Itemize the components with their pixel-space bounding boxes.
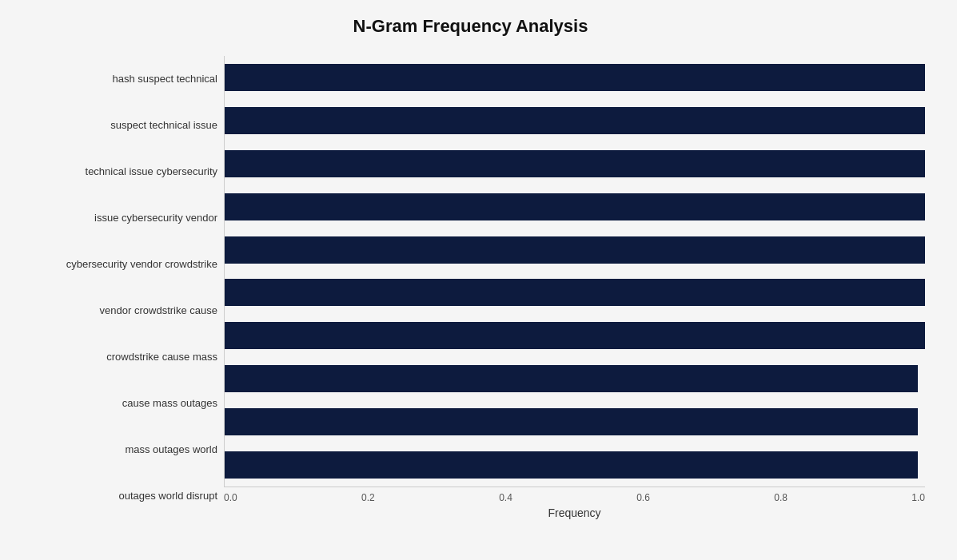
y-label: cause mass outages xyxy=(16,397,217,410)
y-label: mass outages world xyxy=(16,443,217,456)
bar-row xyxy=(225,362,925,395)
x-tick: 0.2 xyxy=(361,492,375,503)
bar-row xyxy=(225,147,925,181)
x-tick: 0.4 xyxy=(499,492,512,503)
x-axis-label: Frequency xyxy=(224,506,925,519)
x-tick: 1.0 xyxy=(911,492,925,503)
bar-row xyxy=(225,448,925,482)
bars-section: 0.00.20.40.60.81.0 Frequency xyxy=(224,56,925,519)
bar xyxy=(225,236,925,264)
bar xyxy=(225,451,918,479)
y-label: issue cybersecurity vendor xyxy=(16,212,217,224)
x-tick: 0.8 xyxy=(774,492,788,503)
bar xyxy=(225,107,925,134)
y-label: cybersecurity vendor crowdstrike xyxy=(16,258,217,271)
bar xyxy=(225,408,918,435)
bar xyxy=(225,365,918,392)
bar xyxy=(225,193,925,220)
bar xyxy=(225,279,925,306)
chart-title: N-Gram Frequency Analysis xyxy=(16,16,925,37)
x-tick: 0.0 xyxy=(224,492,237,503)
bar-row xyxy=(225,61,925,94)
y-label: vendor crowdstrike cause xyxy=(16,304,217,317)
bar-row xyxy=(225,190,925,224)
bar-row xyxy=(225,319,925,352)
bar xyxy=(225,64,925,91)
chart-area: hash suspect technicalsuspect technical … xyxy=(16,56,925,519)
x-tick: 0.6 xyxy=(636,492,650,503)
bar xyxy=(225,150,925,177)
y-label: hash suspect technical xyxy=(16,73,217,85)
bars-wrapper xyxy=(224,56,925,487)
y-label: technical issue cybersecurity xyxy=(16,165,217,178)
chart-container: N-Gram Frequency Analysis hash suspect t… xyxy=(0,0,957,560)
x-axis: 0.00.20.40.60.81.0 xyxy=(224,487,925,503)
y-label: suspect technical issue xyxy=(16,119,217,132)
bar-row xyxy=(225,276,925,309)
y-label: crowdstrike cause mass xyxy=(16,351,217,363)
y-label: outages world disrupt xyxy=(16,490,217,502)
bar-row xyxy=(225,405,925,439)
bar xyxy=(225,322,925,349)
y-labels: hash suspect technicalsuspect technical … xyxy=(16,56,224,519)
bar-row xyxy=(225,233,925,267)
bar-row xyxy=(225,104,925,137)
